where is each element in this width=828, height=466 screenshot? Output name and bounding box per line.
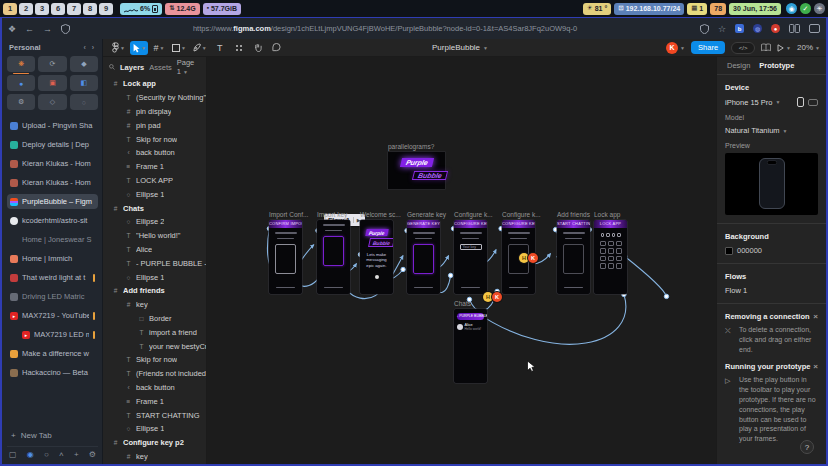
pinned-tab[interactable]: ⟳ (38, 56, 66, 72)
tray-camera-icon[interactable]: ◉ (786, 3, 797, 14)
pinned-tab[interactable]: ● (7, 75, 35, 91)
browser-tab[interactable]: PurpleBubble – Figm (7, 194, 98, 209)
file-title[interactable]: PurpleBubble ▼ (432, 43, 488, 52)
tray-check-icon[interactable]: ✓ (800, 3, 811, 14)
comment-tool[interactable] (269, 41, 285, 55)
layer-row[interactable]: TSTART CHATTING (103, 408, 206, 422)
pinned-tab[interactable]: ◧ (70, 75, 98, 91)
frame-label[interactable]: parallelograms? (388, 143, 434, 150)
circle-icon[interactable]: ○ (44, 450, 49, 459)
browser-tab[interactable]: Kieran Klukas - Hom (7, 175, 98, 190)
workspace-badge[interactable]: 9 (99, 3, 113, 15)
user-avatar[interactable]: K (666, 42, 678, 54)
layer-row[interactable]: #pin display (103, 105, 206, 119)
actions-tool[interactable] (231, 41, 247, 55)
layer-row[interactable]: ‹back button (103, 381, 206, 395)
orientation-portrait-icon[interactable] (797, 97, 804, 107)
workspace-badge[interactable]: 1 (3, 3, 17, 15)
layer-row[interactable]: T(Security by Nothing") (103, 91, 206, 105)
share-button[interactable]: Share (691, 41, 725, 54)
text-tool[interactable]: T (212, 41, 228, 55)
layer-row[interactable]: T- PURPLE BUBBLE - (103, 256, 206, 270)
canvas[interactable]: parallelograms? Purple Bubble Flow 1 ▶ (207, 57, 716, 464)
pen-tool[interactable]: ▼ (191, 41, 209, 55)
frame-label[interactable]: Chats (454, 300, 471, 307)
pinned-tab[interactable]: ❋ (7, 56, 35, 72)
tab-prototype[interactable]: Prototype (759, 61, 794, 70)
device-select[interactable]: iPhone 15 Pro ▼ (725, 97, 818, 107)
background-swatch[interactable] (725, 247, 733, 255)
shape-tool[interactable]: ▼ (170, 41, 188, 55)
address-url[interactable]: https://www.figma.com/design/1chELtLjmpV… (70, 24, 700, 33)
search-icon[interactable] (109, 63, 115, 71)
browser-tab[interactable]: ▸MAX7219 LED mu (19, 327, 98, 342)
extension-globe-icon[interactable]: ◍ (753, 24, 762, 33)
frame-label[interactable]: Import key (317, 211, 347, 218)
workspace-badge[interactable]: 3 (35, 3, 49, 15)
observer-avatar[interactable]: K (492, 292, 502, 302)
bookmark-star-icon[interactable]: ☆ (718, 24, 726, 34)
frame-tool[interactable]: #▼ (151, 41, 167, 55)
layer-row[interactable]: T(Friends not included) (103, 367, 206, 381)
browser-tab[interactable]: Kieran Klukas - Hom (7, 156, 98, 171)
tab-assets[interactable]: Assets (149, 63, 172, 72)
layer-row[interactable]: TAlice (103, 243, 206, 257)
layer-row[interactable]: #Chats (103, 201, 206, 215)
layer-row[interactable]: ≡Frame 1 (103, 160, 206, 174)
layer-row[interactable]: TLOCK APP (103, 174, 206, 188)
frame-label[interactable]: Add friends (557, 211, 590, 218)
hand-tool[interactable] (250, 41, 266, 55)
back-icon[interactable]: ← (25, 24, 34, 34)
browser-tab[interactable]: That weird light at t (7, 270, 98, 285)
canvas-frame[interactable]: Import key (317, 220, 350, 294)
layer-row[interactable]: #key (103, 298, 206, 312)
frame-label[interactable]: Welcome sc... (360, 211, 401, 218)
pinned-tab[interactable]: ○ (70, 94, 98, 110)
page-selector[interactable]: Page 1 ▼ (177, 58, 200, 76)
canvas-frame[interactable]: Lock appLOCK APP (594, 220, 627, 294)
shield-icon[interactable] (61, 24, 70, 34)
layer-row[interactable]: #Add friends (103, 284, 206, 298)
space-nav-arrows[interactable]: ‹ › (83, 44, 96, 51)
browser-tab[interactable]: Make a difference w (7, 346, 98, 361)
browser-tab[interactable]: ▸MAX7219 - YouTube (7, 308, 98, 323)
model-select[interactable]: Natural Titanium ▼ (725, 126, 818, 135)
logo-frame[interactable]: parallelograms? Purple Bubble (388, 152, 445, 189)
canvas-frame[interactable]: Chats- PURPLE BUBBLE -AliceHello world! (454, 309, 487, 383)
workspace-name[interactable]: Personal (9, 43, 41, 52)
layer-row[interactable]: Timport a friend (103, 325, 206, 339)
dev-mode-toggle[interactable]: </> (731, 42, 755, 54)
layer-row[interactable]: #Lock app (103, 77, 206, 91)
browser-tab[interactable]: Upload - Pingvin Sha (7, 118, 98, 133)
main-menu-button[interactable]: ▼ (109, 41, 127, 55)
layer-row[interactable]: ○Ellipse 1 (103, 422, 206, 436)
workspace-badge[interactable]: 7 (67, 3, 81, 15)
browser-tab[interactable]: Driving LED Matric (7, 289, 98, 304)
layer-row[interactable]: #key (103, 450, 206, 464)
pinned-tab[interactable]: ▣ (38, 75, 66, 91)
window-icon[interactable] (809, 24, 820, 33)
canvas-frame[interactable]: Import Conf...CONFIRM IMPORT (269, 220, 302, 294)
pinned-tab[interactable]: ◆ (70, 56, 98, 72)
extension-red-icon[interactable]: ● (771, 24, 780, 33)
present-button[interactable]: ▼ (777, 44, 791, 52)
forward-icon[interactable]: → (43, 24, 52, 34)
collapse-icon[interactable]: ˄ (59, 450, 64, 459)
browser-tab[interactable]: Home | Joneswear S (7, 232, 98, 247)
archive-icon[interactable]: ▢ (9, 450, 17, 459)
profile-icon[interactable]: ◉ (27, 450, 34, 459)
background-hex[interactable]: 000000 (737, 246, 762, 255)
add-icon[interactable]: + (74, 450, 79, 459)
extensions-icon[interactable]: ❖ (8, 24, 16, 34)
canvas-frame[interactable]: Generate keyGENERATE KEY (407, 220, 440, 294)
tab-layers[interactable]: Layers (120, 63, 144, 72)
move-tool[interactable]: ▼ (130, 41, 148, 55)
layer-row[interactable]: TSkip for now (103, 132, 206, 146)
layer-row[interactable]: #pin pad (103, 118, 206, 132)
split-view-icon[interactable] (789, 24, 800, 33)
settings-gear-icon[interactable]: ⚙ (89, 450, 96, 459)
layer-row[interactable]: ○Ellipse 2 (103, 215, 206, 229)
pinned-tab[interactable]: ◇ (38, 94, 66, 110)
zoom-control[interactable]: 20% ▼ (797, 43, 820, 52)
layer-row[interactable]: T"Hello world!" (103, 229, 206, 243)
